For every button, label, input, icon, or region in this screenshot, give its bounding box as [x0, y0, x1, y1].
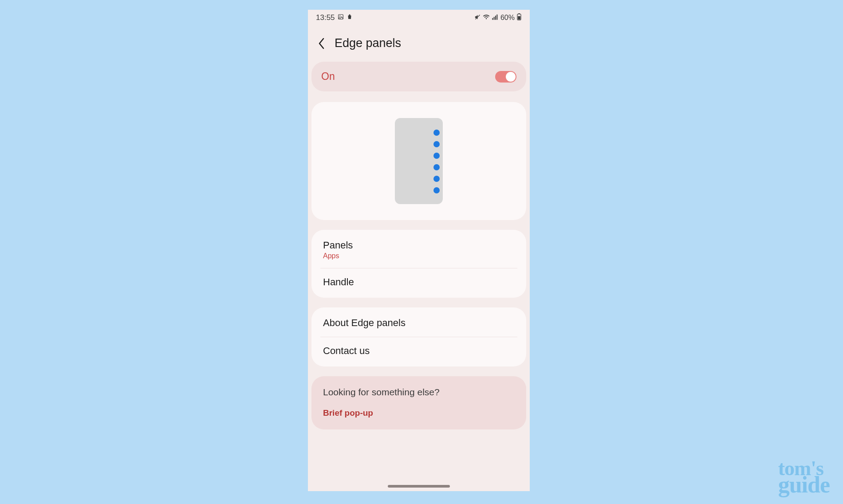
suggestion-question: Looking for something else? — [323, 387, 515, 398]
gesture-nav-bar[interactable] — [388, 485, 450, 488]
toggle-switch[interactable] — [495, 71, 516, 83]
svg-rect-8 — [518, 13, 520, 14]
watermark-line2: guide — [778, 476, 830, 494]
image-icon — [338, 13, 344, 22]
page-header: Edge panels — [308, 24, 530, 59]
chevron-left-icon — [318, 38, 325, 49]
signal-icon — [492, 13, 499, 22]
battery-text: 60% — [500, 14, 515, 22]
wifi-icon — [483, 13, 490, 22]
preview-dot — [433, 130, 440, 136]
svg-rect-9 — [518, 16, 520, 20]
svg-rect-0 — [338, 15, 343, 20]
phone-frame: 13:55 60% Edg — [308, 10, 530, 491]
back-button[interactable] — [317, 39, 327, 48]
svg-rect-4 — [494, 17, 495, 20]
clock: 13:55 — [316, 13, 335, 22]
brief-popup-link[interactable]: Brief pop-up — [323, 408, 515, 418]
svg-rect-3 — [492, 18, 493, 20]
edge-panel-preview — [395, 118, 443, 204]
contact-title: Contact us — [323, 345, 515, 357]
panels-subtitle: Apps — [323, 252, 515, 260]
preview-dot — [433, 187, 440, 193]
svg-rect-6 — [496, 15, 497, 20]
store-icon — [347, 13, 353, 22]
handle-row[interactable]: Handle — [320, 268, 517, 296]
toggle-label: On — [321, 71, 335, 83]
status-bar: 13:55 60% — [308, 12, 530, 24]
settings-group-2: About Edge panels Contact us — [311, 307, 526, 366]
suggestion-card: Looking for something else? Brief pop-up — [311, 376, 526, 429]
svg-rect-5 — [495, 16, 496, 20]
handle-title: Handle — [323, 276, 515, 288]
panels-row[interactable]: Panels Apps — [311, 232, 526, 268]
svg-point-1 — [339, 16, 340, 16]
watermark: tom's guide — [778, 461, 830, 494]
contact-row[interactable]: Contact us — [320, 337, 517, 365]
preview-card — [311, 102, 526, 220]
preview-dot — [433, 176, 440, 182]
page-title: Edge panels — [335, 36, 401, 50]
preview-dots — [433, 130, 440, 193]
panels-title: Panels — [323, 240, 515, 251]
status-right: 60% — [474, 13, 522, 22]
mute-icon — [474, 14, 481, 22]
about-title: About Edge panels — [323, 317, 515, 329]
master-toggle-row[interactable]: On — [311, 62, 526, 91]
preview-dot — [433, 164, 440, 170]
preview-dot — [433, 141, 440, 147]
battery-icon — [516, 13, 522, 22]
preview-dot — [433, 153, 440, 159]
status-left: 13:55 — [316, 13, 353, 22]
about-row[interactable]: About Edge panels — [311, 309, 526, 337]
settings-group-1: Panels Apps Handle — [311, 230, 526, 298]
switch-knob — [506, 72, 516, 82]
